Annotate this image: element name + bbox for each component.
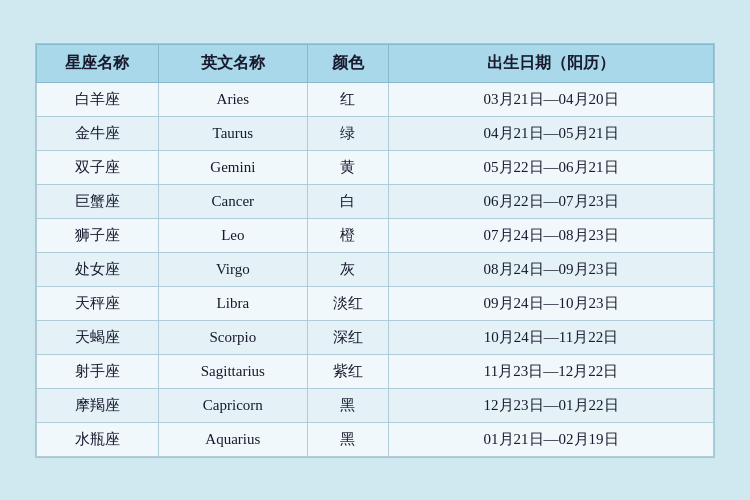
table-row: 处女座Virgo灰08月24日—09月23日: [37, 252, 714, 286]
cell-chinese: 处女座: [37, 252, 159, 286]
table-row: 天蝎座Scorpio深红10月24日—11月22日: [37, 320, 714, 354]
table-row: 摩羯座Capricorn黑12月23日—01月22日: [37, 388, 714, 422]
table-row: 射手座Sagittarius紫红11月23日—12月22日: [37, 354, 714, 388]
cell-english: Aquarius: [158, 422, 307, 456]
cell-date: 03月21日—04月20日: [389, 82, 714, 116]
header-chinese: 星座名称: [37, 44, 159, 82]
cell-chinese: 天蝎座: [37, 320, 159, 354]
cell-chinese: 摩羯座: [37, 388, 159, 422]
header-date: 出生日期（阳历）: [389, 44, 714, 82]
cell-english: Taurus: [158, 116, 307, 150]
cell-english: Aries: [158, 82, 307, 116]
cell-date: 06月22日—07月23日: [389, 184, 714, 218]
cell-english: Virgo: [158, 252, 307, 286]
table-row: 双子座Gemini黄05月22日—06月21日: [37, 150, 714, 184]
cell-color: 紫红: [307, 354, 388, 388]
table-header-row: 星座名称 英文名称 颜色 出生日期（阳历）: [37, 44, 714, 82]
header-english: 英文名称: [158, 44, 307, 82]
cell-chinese: 射手座: [37, 354, 159, 388]
cell-date: 08月24日—09月23日: [389, 252, 714, 286]
cell-english: Leo: [158, 218, 307, 252]
table-body: 白羊座Aries红03月21日—04月20日金牛座Taurus绿04月21日—0…: [37, 82, 714, 456]
cell-color: 灰: [307, 252, 388, 286]
cell-english: Sagittarius: [158, 354, 307, 388]
table-row: 白羊座Aries红03月21日—04月20日: [37, 82, 714, 116]
zodiac-table: 星座名称 英文名称 颜色 出生日期（阳历） 白羊座Aries红03月21日—04…: [36, 44, 714, 457]
cell-english: Libra: [158, 286, 307, 320]
cell-date: 04月21日—05月21日: [389, 116, 714, 150]
cell-color: 红: [307, 82, 388, 116]
cell-english: Cancer: [158, 184, 307, 218]
cell-date: 05月22日—06月21日: [389, 150, 714, 184]
table-row: 天秤座Libra淡红09月24日—10月23日: [37, 286, 714, 320]
zodiac-table-container: 星座名称 英文名称 颜色 出生日期（阳历） 白羊座Aries红03月21日—04…: [35, 43, 715, 458]
cell-color: 绿: [307, 116, 388, 150]
cell-chinese: 天秤座: [37, 286, 159, 320]
cell-color: 黄: [307, 150, 388, 184]
cell-color: 黑: [307, 388, 388, 422]
cell-chinese: 双子座: [37, 150, 159, 184]
table-row: 水瓶座Aquarius黑01月21日—02月19日: [37, 422, 714, 456]
table-row: 狮子座Leo橙07月24日—08月23日: [37, 218, 714, 252]
cell-color: 黑: [307, 422, 388, 456]
cell-chinese: 巨蟹座: [37, 184, 159, 218]
cell-date: 12月23日—01月22日: [389, 388, 714, 422]
cell-color: 深红: [307, 320, 388, 354]
cell-date: 01月21日—02月19日: [389, 422, 714, 456]
cell-english: Capricorn: [158, 388, 307, 422]
cell-chinese: 水瓶座: [37, 422, 159, 456]
cell-color: 橙: [307, 218, 388, 252]
cell-chinese: 白羊座: [37, 82, 159, 116]
cell-color: 淡红: [307, 286, 388, 320]
cell-date: 07月24日—08月23日: [389, 218, 714, 252]
cell-chinese: 金牛座: [37, 116, 159, 150]
header-color: 颜色: [307, 44, 388, 82]
cell-english: Gemini: [158, 150, 307, 184]
cell-english: Scorpio: [158, 320, 307, 354]
cell-date: 10月24日—11月22日: [389, 320, 714, 354]
cell-chinese: 狮子座: [37, 218, 159, 252]
table-row: 金牛座Taurus绿04月21日—05月21日: [37, 116, 714, 150]
cell-date: 11月23日—12月22日: [389, 354, 714, 388]
table-row: 巨蟹座Cancer白06月22日—07月23日: [37, 184, 714, 218]
cell-date: 09月24日—10月23日: [389, 286, 714, 320]
cell-color: 白: [307, 184, 388, 218]
